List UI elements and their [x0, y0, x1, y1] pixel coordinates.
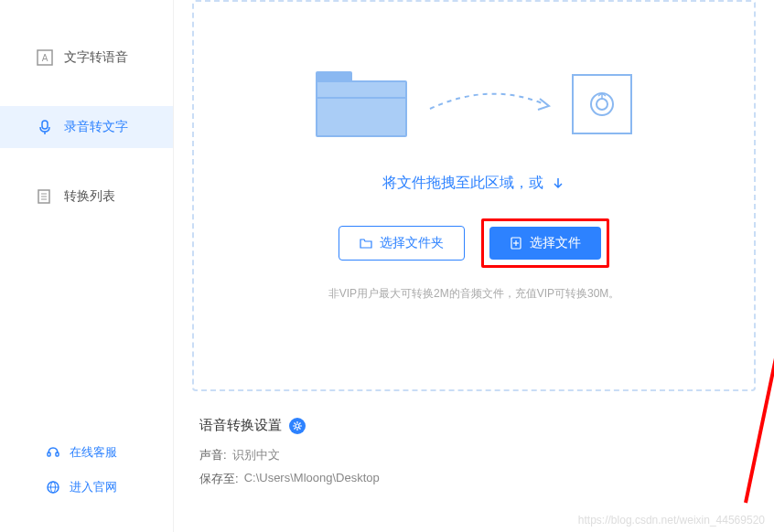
footer-customer-service[interactable]: 在线客服 [0, 435, 173, 470]
mic-icon [37, 119, 53, 135]
folder-icon [316, 71, 407, 137]
file-add-icon [510, 237, 522, 250]
footer-label: 进入官网 [70, 479, 117, 495]
target-icon [572, 74, 632, 134]
svg-rect-2 [42, 121, 48, 129]
settings-title: 语音转换设置 [199, 417, 756, 434]
vip-note-text: 非VIP用户最大可转换2M的音频文件，充值VIP可转换30M。 [328, 286, 620, 302]
footer-official-site[interactable]: 进入官网 [0, 470, 173, 505]
text-icon: A [37, 49, 53, 66]
svg-point-14 [597, 99, 607, 110]
globe-icon [46, 480, 60, 495]
highlight-annotation: 选择文件 [481, 218, 609, 268]
button-row: 选择文件夹 选择文件 [339, 218, 609, 268]
list-icon [37, 188, 53, 205]
file-dropzone[interactable]: 将文件拖拽至此区域，或 选择文件夹 选择文件 非VIP用户最大可转换2M的音频文… [192, 0, 756, 391]
select-folder-button[interactable]: 选择文件夹 [339, 226, 465, 261]
sidebar-item-label: 转换列表 [64, 188, 115, 205]
settings-section: 语音转换设置 声音: 识别中文 保存至: C:\Users\Mloong\Des… [192, 417, 756, 487]
sidebar-item-text-to-speech[interactable]: A 文字转语音 [0, 37, 173, 79]
arrow-dashed-icon [425, 86, 554, 122]
settings-save-row: 保存至: C:\Users\Mloong\Desktop [199, 471, 756, 487]
watermark-text: https://blog.csdn.net/weixin_44569520 [578, 514, 765, 527]
svg-rect-8 [48, 452, 50, 456]
download-arrow-icon [551, 176, 565, 191]
sidebar-item-convert-list[interactable]: 转换列表 [0, 176, 173, 218]
dropzone-illustration [316, 71, 632, 137]
sidebar-item-speech-to-text[interactable]: 录音转文字 [0, 106, 173, 148]
drag-instruction: 将文件拖拽至此区域，或 [382, 174, 565, 193]
gear-icon[interactable] [289, 418, 306, 434]
voice-value: 识别中文 [232, 447, 280, 463]
folder-small-icon [360, 237, 372, 250]
save-path-value: C:\Users\Mloong\Desktop [244, 471, 380, 487]
svg-point-18 [296, 424, 299, 428]
headset-icon [46, 445, 60, 460]
sidebar: A 文字转语音 录音转文字 转换列表 在 [0, 0, 174, 532]
svg-text:A: A [42, 53, 48, 63]
footer-label: 在线客服 [70, 444, 117, 461]
select-file-button[interactable]: 选择文件 [489, 227, 601, 260]
main-content: 将文件拖拽至此区域，或 选择文件夹 选择文件 非VIP用户最大可转换2M的音频文… [174, 0, 774, 532]
settings-voice-row: 声音: 识别中文 [199, 447, 756, 463]
sidebar-item-label: 文字转语音 [64, 49, 128, 66]
svg-rect-9 [56, 452, 59, 456]
sidebar-footer: 在线客服 进入官网 [0, 435, 173, 532]
sidebar-item-label: 录音转文字 [64, 119, 128, 135]
